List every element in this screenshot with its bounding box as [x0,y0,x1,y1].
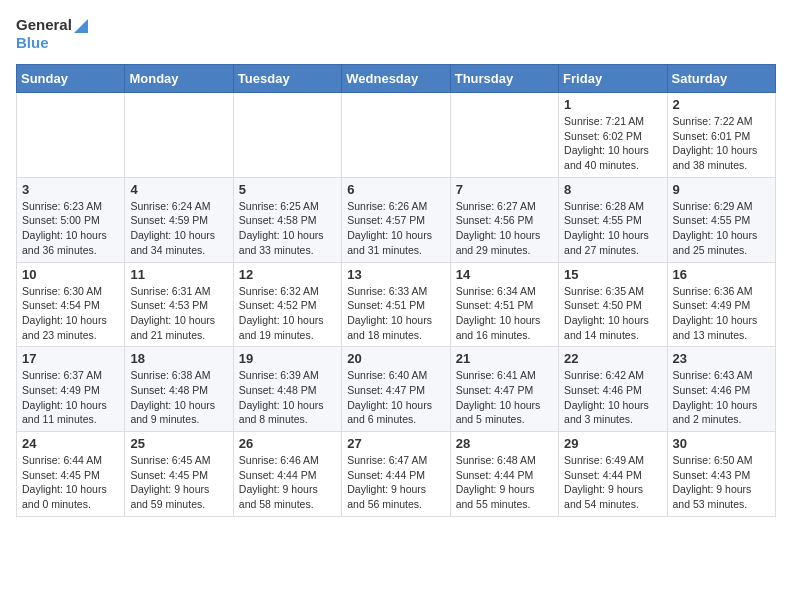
calendar-day-6: 6Sunrise: 6:26 AM Sunset: 4:57 PM Daylig… [342,177,450,262]
day-number: 28 [456,436,553,451]
calendar-day-5: 5Sunrise: 6:25 AM Sunset: 4:58 PM Daylig… [233,177,341,262]
day-number: 2 [673,97,770,112]
calendar-day-10: 10Sunrise: 6:30 AM Sunset: 4:54 PM Dayli… [17,262,125,347]
calendar-day-16: 16Sunrise: 6:36 AM Sunset: 4:49 PM Dayli… [667,262,775,347]
weekday-header-sunday: Sunday [17,65,125,93]
calendar-day-22: 22Sunrise: 6:42 AM Sunset: 4:46 PM Dayli… [559,347,667,432]
day-info: Sunrise: 6:39 AM Sunset: 4:48 PM Dayligh… [239,368,336,427]
logo: General Blue [16,16,88,52]
calendar-day-19: 19Sunrise: 6:39 AM Sunset: 4:48 PM Dayli… [233,347,341,432]
calendar-week-row: 17Sunrise: 6:37 AM Sunset: 4:49 PM Dayli… [17,347,776,432]
day-number: 29 [564,436,661,451]
calendar-day-15: 15Sunrise: 6:35 AM Sunset: 4:50 PM Dayli… [559,262,667,347]
day-number: 14 [456,267,553,282]
day-number: 27 [347,436,444,451]
calendar-day-20: 20Sunrise: 6:40 AM Sunset: 4:47 PM Dayli… [342,347,450,432]
day-info: Sunrise: 6:48 AM Sunset: 4:44 PM Dayligh… [456,453,553,512]
day-info: Sunrise: 6:23 AM Sunset: 5:00 PM Dayligh… [22,199,119,258]
day-number: 11 [130,267,227,282]
day-number: 7 [456,182,553,197]
day-info: Sunrise: 6:42 AM Sunset: 4:46 PM Dayligh… [564,368,661,427]
calendar-day-28: 28Sunrise: 6:48 AM Sunset: 4:44 PM Dayli… [450,432,558,517]
calendar-day-14: 14Sunrise: 6:34 AM Sunset: 4:51 PM Dayli… [450,262,558,347]
day-number: 6 [347,182,444,197]
calendar-day-17: 17Sunrise: 6:37 AM Sunset: 4:49 PM Dayli… [17,347,125,432]
calendar-day-23: 23Sunrise: 6:43 AM Sunset: 4:46 PM Dayli… [667,347,775,432]
day-info: Sunrise: 6:47 AM Sunset: 4:44 PM Dayligh… [347,453,444,512]
calendar-week-row: 1Sunrise: 7:21 AM Sunset: 6:02 PM Daylig… [17,93,776,178]
day-info: Sunrise: 7:21 AM Sunset: 6:02 PM Dayligh… [564,114,661,173]
day-number: 23 [673,351,770,366]
calendar-day-11: 11Sunrise: 6:31 AM Sunset: 4:53 PM Dayli… [125,262,233,347]
day-number: 19 [239,351,336,366]
day-info: Sunrise: 6:46 AM Sunset: 4:44 PM Dayligh… [239,453,336,512]
calendar-day-25: 25Sunrise: 6:45 AM Sunset: 4:45 PM Dayli… [125,432,233,517]
weekday-header-row: SundayMondayTuesdayWednesdayThursdayFrid… [17,65,776,93]
calendar-day-26: 26Sunrise: 6:46 AM Sunset: 4:44 PM Dayli… [233,432,341,517]
day-number: 16 [673,267,770,282]
calendar-day-21: 21Sunrise: 6:41 AM Sunset: 4:47 PM Dayli… [450,347,558,432]
calendar-week-row: 24Sunrise: 6:44 AM Sunset: 4:45 PM Dayli… [17,432,776,517]
day-number: 10 [22,267,119,282]
day-info: Sunrise: 6:44 AM Sunset: 4:45 PM Dayligh… [22,453,119,512]
day-number: 5 [239,182,336,197]
day-number: 4 [130,182,227,197]
calendar-table: SundayMondayTuesdayWednesdayThursdayFrid… [16,64,776,517]
day-info: Sunrise: 6:30 AM Sunset: 4:54 PM Dayligh… [22,284,119,343]
day-info: Sunrise: 6:50 AM Sunset: 4:43 PM Dayligh… [673,453,770,512]
calendar-day-24: 24Sunrise: 6:44 AM Sunset: 4:45 PM Dayli… [17,432,125,517]
calendar-day-2: 2Sunrise: 7:22 AM Sunset: 6:01 PM Daylig… [667,93,775,178]
day-number: 25 [130,436,227,451]
day-number: 20 [347,351,444,366]
day-number: 18 [130,351,227,366]
day-number: 8 [564,182,661,197]
day-info: Sunrise: 6:34 AM Sunset: 4:51 PM Dayligh… [456,284,553,343]
day-number: 1 [564,97,661,112]
day-number: 13 [347,267,444,282]
day-number: 17 [22,351,119,366]
day-info: Sunrise: 6:32 AM Sunset: 4:52 PM Dayligh… [239,284,336,343]
day-info: Sunrise: 6:40 AM Sunset: 4:47 PM Dayligh… [347,368,444,427]
calendar-day-29: 29Sunrise: 6:49 AM Sunset: 4:44 PM Dayli… [559,432,667,517]
calendar-week-row: 3Sunrise: 6:23 AM Sunset: 5:00 PM Daylig… [17,177,776,262]
day-info: Sunrise: 6:25 AM Sunset: 4:58 PM Dayligh… [239,199,336,258]
calendar-day-4: 4Sunrise: 6:24 AM Sunset: 4:59 PM Daylig… [125,177,233,262]
calendar-day-3: 3Sunrise: 6:23 AM Sunset: 5:00 PM Daylig… [17,177,125,262]
day-info: Sunrise: 6:24 AM Sunset: 4:59 PM Dayligh… [130,199,227,258]
weekday-header-monday: Monday [125,65,233,93]
day-number: 24 [22,436,119,451]
calendar-empty-cell [233,93,341,178]
weekday-header-thursday: Thursday [450,65,558,93]
day-info: Sunrise: 6:43 AM Sunset: 4:46 PM Dayligh… [673,368,770,427]
day-info: Sunrise: 6:31 AM Sunset: 4:53 PM Dayligh… [130,284,227,343]
day-info: Sunrise: 6:26 AM Sunset: 4:57 PM Dayligh… [347,199,444,258]
day-info: Sunrise: 6:36 AM Sunset: 4:49 PM Dayligh… [673,284,770,343]
calendar-day-18: 18Sunrise: 6:38 AM Sunset: 4:48 PM Dayli… [125,347,233,432]
weekday-header-saturday: Saturday [667,65,775,93]
day-number: 21 [456,351,553,366]
svg-marker-0 [74,19,88,33]
calendar-day-8: 8Sunrise: 6:28 AM Sunset: 4:55 PM Daylig… [559,177,667,262]
day-info: Sunrise: 6:27 AM Sunset: 4:56 PM Dayligh… [456,199,553,258]
day-info: Sunrise: 6:33 AM Sunset: 4:51 PM Dayligh… [347,284,444,343]
day-info: Sunrise: 6:38 AM Sunset: 4:48 PM Dayligh… [130,368,227,427]
weekday-header-wednesday: Wednesday [342,65,450,93]
logo-text: General Blue [16,16,88,52]
weekday-header-tuesday: Tuesday [233,65,341,93]
calendar-day-30: 30Sunrise: 6:50 AM Sunset: 4:43 PM Dayli… [667,432,775,517]
day-info: Sunrise: 6:29 AM Sunset: 4:55 PM Dayligh… [673,199,770,258]
day-number: 3 [22,182,119,197]
calendar-day-7: 7Sunrise: 6:27 AM Sunset: 4:56 PM Daylig… [450,177,558,262]
calendar-week-row: 10Sunrise: 6:30 AM Sunset: 4:54 PM Dayli… [17,262,776,347]
weekday-header-friday: Friday [559,65,667,93]
day-info: Sunrise: 6:28 AM Sunset: 4:55 PM Dayligh… [564,199,661,258]
calendar-day-12: 12Sunrise: 6:32 AM Sunset: 4:52 PM Dayli… [233,262,341,347]
page-header: General Blue [16,16,776,52]
day-number: 9 [673,182,770,197]
day-number: 26 [239,436,336,451]
calendar-empty-cell [125,93,233,178]
calendar-day-27: 27Sunrise: 6:47 AM Sunset: 4:44 PM Dayli… [342,432,450,517]
day-info: Sunrise: 6:45 AM Sunset: 4:45 PM Dayligh… [130,453,227,512]
day-number: 15 [564,267,661,282]
day-number: 30 [673,436,770,451]
